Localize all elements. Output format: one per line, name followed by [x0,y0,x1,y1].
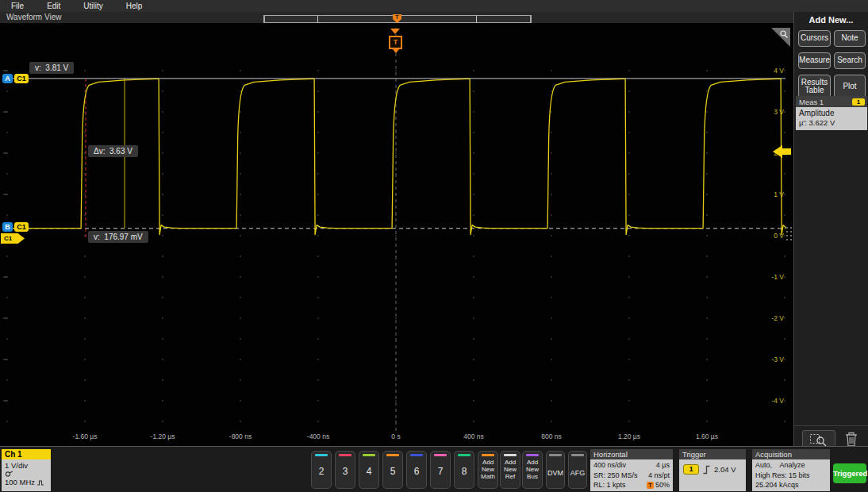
channel-7-color-bar [434,454,447,456]
y-axis-tick-label: 0 V [774,232,784,240]
channel-2-color-bar [315,454,328,456]
horizontal-badge[interactable]: Horizontal 400 ns/div4 µsSR: 250 MS/s4 n… [590,449,673,491]
horizontal-row-0-value: 4 µs [656,460,670,471]
button-note[interactable]: Note [834,30,866,47]
channel-6-color-bar [410,454,423,456]
meas-1-mean-value: µ': 3.622 V [799,118,864,127]
cursor-delta-readout[interactable]: Δv: 3.63 V [88,145,138,157]
trigger-position-mini-icon[interactable]: T [393,14,401,23]
menu-item-utility[interactable]: Utility [83,2,102,10]
trigger-status-badge: Triggered [833,463,866,483]
channel-1-scale: 1 V/div [2,459,51,471]
add-new-bus-button[interactable]: Add New Bus [522,451,543,489]
cursor-b-source-badge[interactable]: C1 [14,222,29,232]
x-axis-tick-label: 800 ns [541,432,562,440]
oscilloscope-screen: FileEditUtilityHelp Waveform View T 4 V3… [0,0,868,492]
cursor-b-readout[interactable]: v: 176.97 mV [88,231,148,243]
channel-8-button[interactable]: 8 [454,451,474,489]
add-new-source-group: Add New MathAdd New RefAdd New Bus [478,451,543,489]
add-new-bus-label: Add New Bus [523,459,542,480]
horizontal-row-0: 400 ns/div4 µs [590,460,673,471]
meas-1-body: Amplitude µ': 3.622 V [796,107,867,130]
x-axis-tick-label: -400 ns [307,432,329,440]
channel-5-color-bar [386,454,399,456]
y-axis-tick-label: -2 V [771,314,784,322]
button-results-table[interactable]: Results Table [798,75,831,98]
meas-1-type: Amplitude [799,109,864,117]
horizontal-row-1-value: 4 ns/pt [648,471,670,481]
horizontal-overview-bar[interactable]: T [263,15,532,23]
y-axis-tick-label: 4 V [774,67,784,75]
trigger-title: Trigger [679,449,746,459]
meas-1-badge-card[interactable]: Meas 1 1 Amplitude µ': 3.622 V [796,96,867,130]
add-new-button-grid: CursorsNoteMeasureSearchResults TablePlo… [798,30,868,98]
x-axis-tick-label: 400 ns [463,432,484,440]
rising-edge-icon [702,464,711,475]
results-bar: Add New... CursorsNoteMeasureSearchResul… [793,12,868,446]
button-measure[interactable]: Measure [798,52,831,69]
trigger-t-flag-icon[interactable]: T [389,36,402,49]
trigger-source-badge: 1 [683,464,699,475]
horizontal-title: Horizontal [590,449,673,459]
channel-4-button[interactable]: 4 [359,451,379,489]
channel-6-button[interactable]: 6 [406,451,427,489]
acquisition-title: Acquisition [752,449,830,459]
cursor-b-badge[interactable]: B [2,222,13,232]
channel-6-label: 6 [407,466,426,477]
menu-item-edit[interactable]: Edit [47,2,60,10]
channel-2-button[interactable]: 2 [311,451,332,489]
waveform-display[interactable]: 4 V3 V2 V1 V0 V-1 V-2 V-3 V-4 V-1.60 µs-… [0,23,793,446]
menu-item-file[interactable]: File [11,2,24,10]
channel-7-button[interactable]: 7 [430,451,451,489]
add-new-ref-color-bar [504,454,517,456]
trigger-position-chevron-icon[interactable] [390,29,400,34]
x-axis-tick-label: 0 s [391,432,400,440]
channel-1-title: Ch 1 [2,449,51,459]
button-plot[interactable]: Plot [834,75,866,98]
drag-dots-icon[interactable] [786,227,792,240]
add-new-ref-button[interactable]: Add New Ref [500,451,520,489]
trigger-level: 2.04 V [714,465,735,474]
meas-1-title: Meas 1 [796,98,852,106]
channel-button-group: 2345678 [311,451,474,489]
x-axis-tick-label: 1.60 µs [696,432,718,440]
channel-4-color-bar [363,454,375,456]
horizontal-row-2-value: T50% [647,480,670,490]
meas-1-header: Meas 1 1 [796,96,867,107]
x-axis-tick-label: 1.20 µs [618,432,640,440]
dvm-button[interactable]: DVM [546,451,565,489]
channel-4-label: 4 [359,466,378,477]
trigger-t-flag-icon: T [647,482,654,489]
waveform-view-title: Waveform View [6,13,61,21]
dvm-label: DVM [547,469,564,477]
x-axis-tick-label: -800 ns [229,432,252,440]
afg-label: AFG [569,469,586,477]
channel-3-color-bar [339,454,351,456]
horizontal-row-1-label: SR: 250 MS/s [593,471,638,481]
button-search[interactable]: Search [834,52,866,69]
horizontal-row-2-label: RL: 1 kpts [593,480,626,490]
channel-3-button[interactable]: 3 [335,451,355,489]
trigger-flag-tail [393,49,399,53]
channel-5-button[interactable]: 5 [382,451,403,489]
menu-item-help[interactable]: Help [126,2,143,10]
delete-button[interactable] [843,431,859,448]
channel-3-label: 3 [336,466,355,477]
settings-bar: Ch 1 1 V/div 100 MHz 2345678 Add Ne [0,446,868,492]
acquisition-badge[interactable]: Acquisition Auto, Analyze High Res: 15 b… [752,449,830,491]
x-axis-tick-label: -1.20 µs [151,432,175,440]
x-axis-tick-label: -1.60 µs [73,432,98,440]
overview-tick [317,16,318,22]
trigger-badge[interactable]: Trigger 1 2.04 V [679,449,746,491]
afg-button[interactable]: AFG [568,451,587,489]
channel-1-badge[interactable]: Ch 1 1 V/div 100 MHz [2,449,51,491]
horizontal-row-1: SR: 250 MS/s4 ns/pt [590,471,673,481]
button-cursors[interactable]: Cursors [798,30,831,47]
trash-icon [845,432,858,447]
channel-1-bandwidth: 100 MHz [5,478,35,487]
add-new-header: Add New... [794,15,868,25]
cursor-a-source-badge[interactable]: C1 [14,74,29,83]
cursor-a-readout[interactable]: v: 3.81 V [29,62,74,74]
add-new-math-button[interactable]: Add New Math [478,451,498,489]
cursor-a-badge[interactable]: A [2,74,13,83]
